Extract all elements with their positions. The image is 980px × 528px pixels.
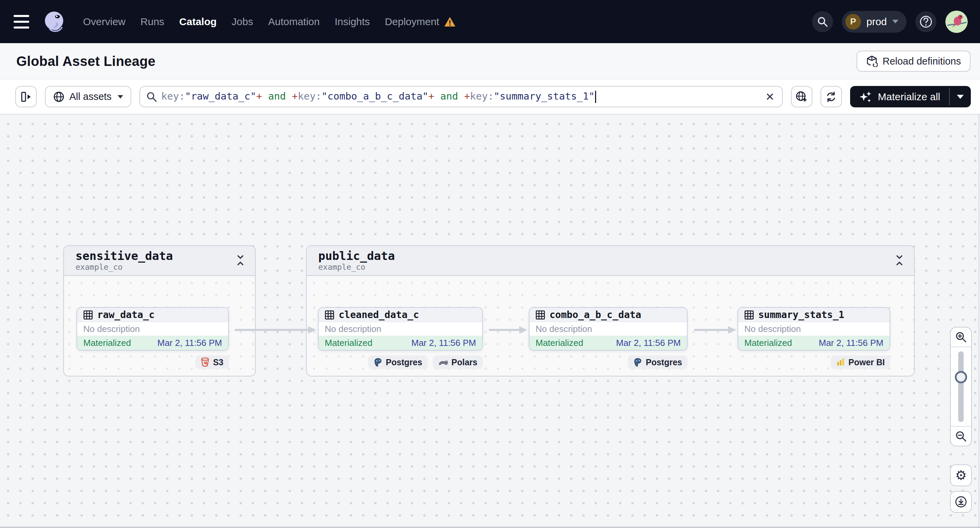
page-title: Global Asset Lineage [16,54,155,69]
nav-item-label: Deployment [385,16,439,27]
asset-status-row[interactable]: Materialized Mar 2, 11:56 PM [77,336,228,350]
asset-node-combo-a-b-c-data: combo_a_b_c_data No description Material… [529,307,687,369]
kind-badge-label: Power BI [848,357,885,367]
status-badge: Materialized [325,338,372,348]
refresh-button[interactable] [821,86,842,107]
window-bottom-edge [0,526,980,528]
environment-avatar: P [845,14,861,30]
lineage-canvas[interactable]: sensitive_data example_co public_data ex… [0,114,980,528]
asset-node-raw-data-c: raw_data_c No description Materialized M… [76,307,229,369]
nav-item-insights[interactable]: Insights [335,16,370,27]
asset-description: No description [319,322,482,336]
environment-name: prod [866,16,887,27]
asset-status-row[interactable]: Materialized Mar 2, 11:56 PM [738,336,889,350]
asset-badges: Postgres Polars [318,355,483,369]
materialization-timestamp: Mar 2, 11:56 PM [616,338,681,348]
asset-badges: Power BI [738,355,890,369]
asset-card[interactable]: summary_stats_1 No description Materiali… [738,307,890,350]
reload-definitions-label: Reload definitions [882,56,961,67]
view-full-lineage-button[interactable] [791,86,812,107]
nav-item-overview[interactable]: Overview [83,16,126,27]
reload-definitions-button[interactable]: Reload definitions [857,51,970,72]
group-repo-label: example_co [75,262,231,272]
zoom-slider-handle[interactable] [955,371,967,383]
search-icon [817,16,828,27]
edge-raw-to-cleaned [235,325,316,335]
text-cursor [595,91,596,103]
help-button[interactable] [915,11,937,32]
group-header[interactable]: public_data example_co [307,246,914,276]
materialize-all-button[interactable]: Materialize all [850,86,949,107]
dagster-logo-icon[interactable] [41,8,67,35]
kind-badge-s3[interactable]: S3 [195,355,229,369]
materialize-options-button[interactable] [950,86,971,107]
user-avatar[interactable] [945,11,968,33]
zoom-slider-track[interactable] [958,351,964,422]
zoom-in-button[interactable] [951,328,971,347]
nav-links: Overview Runs Catalog Jobs Automation In… [83,16,456,27]
asset-card[interactable]: cleaned_data_c No description Materializ… [318,307,483,350]
chevron-down-icon [118,95,123,98]
nav-item-label: Catalog [179,16,216,27]
materialize-all-split-button: Materialize all [850,86,971,107]
clear-search-button[interactable]: ✕ [764,90,776,103]
table-icon [745,310,754,320]
nav-item-label: Jobs [232,16,253,27]
warning-triangle-icon [444,16,456,27]
kind-badge-label: Postgres [386,357,422,367]
nav-item-deployment[interactable]: Deployment [385,16,456,27]
collapse-group-icon[interactable] [895,255,904,266]
top-nav: Overview Runs Catalog Jobs Automation In… [0,0,980,43]
search-button[interactable] [812,11,833,32]
nav-item-catalog[interactable]: Catalog [179,16,216,27]
asset-node-summary-stats-1: summary_stats_1 No description Materiali… [738,307,890,369]
help-icon [919,15,933,29]
kind-badge-polars[interactable]: Polars [433,355,483,369]
sync-icon [825,91,837,103]
zoom-control-panel [950,327,972,446]
status-badge: Materialized [83,338,131,348]
chevron-down-icon [957,95,964,99]
asset-status-row[interactable]: Materialized Mar 2, 11:56 PM [530,336,687,350]
edge-combo-to-summary [694,325,736,335]
hamburger-menu-icon[interactable] [14,15,29,29]
nav-item-jobs[interactable]: Jobs [232,16,253,27]
asset-status-row[interactable]: Materialized Mar 2, 11:56 PM [319,336,482,350]
chevron-down-icon [892,20,898,24]
open-side-panel-button[interactable] [15,86,37,107]
asset-scope-label: All assets [69,91,111,102]
edge-cleaned-to-combo [489,325,527,335]
dagster-app: Overview Runs Catalog Jobs Automation In… [0,0,980,528]
materialization-timestamp: Mar 2, 11:56 PM [158,338,222,348]
nav-right-cluster: P prod [812,11,968,33]
environment-switcher[interactable]: P prod [842,11,907,33]
asset-search-input[interactable]: key:"raw_data_c"+ and +key:"combo_a_b_c_… [139,86,783,107]
asset-name: cleaned_data_c [339,309,419,320]
reload-cube-icon [866,55,878,67]
kind-badge-postgres[interactable]: Postgres [368,355,428,369]
zoom-out-button[interactable] [951,427,971,446]
asset-scope-dropdown[interactable]: All assets [45,86,131,107]
zoom-out-icon [955,430,967,442]
avatar-bird-image [945,11,968,33]
zoom-slider[interactable] [951,347,971,426]
nav-item-label: Runs [140,16,164,27]
group-title: public_data [318,249,890,262]
asset-name: summary_stats_1 [758,309,844,320]
asset-card[interactable]: raw_data_c No description Materialized M… [76,307,229,350]
search-icon [146,91,157,102]
kind-badge-power-bi[interactable]: Power BI [831,355,890,369]
collapse-group-icon[interactable] [236,255,245,266]
group-header[interactable]: sensitive_data example_co [64,246,255,276]
postgres-icon [633,358,642,367]
nav-item-runs[interactable]: Runs [140,16,164,27]
download-icon [955,495,967,508]
table-icon [83,310,93,320]
graph-settings-button[interactable]: ⚙ [950,465,972,486]
nav-item-automation[interactable]: Automation [268,16,320,27]
kind-badge-postgres[interactable]: Postgres [628,355,687,369]
asset-node-cleaned-data-c: cleaned_data_c No description Materializ… [318,307,483,369]
download-graph-button[interactable] [950,491,972,513]
asset-badges: Postgres [529,355,687,369]
asset-card[interactable]: combo_a_b_c_data No description Material… [529,307,687,350]
